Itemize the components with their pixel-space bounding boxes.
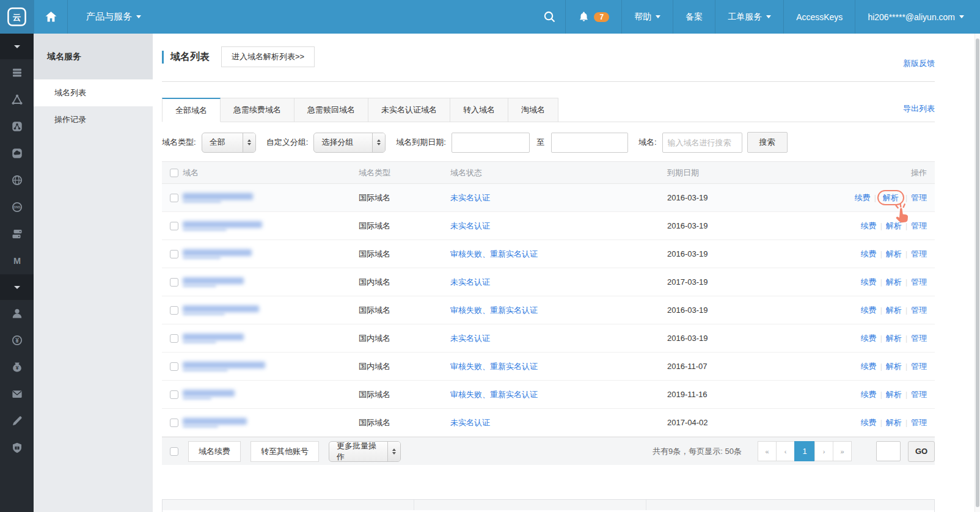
- action-解析-link[interactable]: 解析: [886, 418, 902, 427]
- domain-status-link[interactable]: 审核失败、重新实名认证: [450, 390, 538, 399]
- expire-date-to-input[interactable]: [551, 133, 628, 153]
- blurred-domain-name[interactable]: [183, 390, 235, 400]
- beian-link[interactable]: 备案: [673, 0, 715, 34]
- action-解析-link[interactable]: 解析: [886, 390, 902, 399]
- action-解析-link[interactable]: 解析: [886, 362, 902, 371]
- action-管理-link[interactable]: 管理: [911, 277, 927, 287]
- server-list-icon[interactable]: [0, 59, 34, 86]
- tab-全部域名[interactable]: 全部域名: [162, 98, 221, 122]
- row-checkbox[interactable]: [170, 194, 178, 202]
- row-checkbox[interactable]: [170, 419, 178, 427]
- tab-淘域名[interactable]: 淘域名: [508, 98, 558, 122]
- accesskeys-link[interactable]: AccessKeys: [783, 0, 855, 34]
- select-all-checkbox[interactable]: [170, 169, 178, 177]
- account-menu[interactable]: hi206*****@aliyun.com: [855, 0, 980, 34]
- export-list-link[interactable]: 导出列表: [903, 103, 935, 117]
- help-menu[interactable]: 帮助: [621, 0, 673, 34]
- blurred-domain-name[interactable]: [183, 193, 253, 203]
- row-checkbox[interactable]: [170, 250, 178, 258]
- more-batch-actions-select[interactable]: 更多批量操作: [329, 441, 401, 462]
- subnav-item-域名列表[interactable]: 域名列表: [34, 79, 153, 106]
- action-续费-link[interactable]: 续费: [861, 418, 877, 427]
- action-解析-link[interactable]: 解析: [886, 249, 902, 258]
- row-checkbox[interactable]: [170, 278, 178, 287]
- blurred-domain-name[interactable]: [183, 418, 247, 428]
- tab-急需赎回域名[interactable]: 急需赎回域名: [294, 98, 368, 122]
- pencil-icon[interactable]: [0, 408, 34, 434]
- domain-status-link[interactable]: 未实名认证: [450, 193, 490, 202]
- domain-status-link[interactable]: 审核失败、重新实名认证: [450, 362, 538, 371]
- shield-icon[interactable]: [0, 434, 34, 461]
- tab-急需续费域名[interactable]: 急需续费域名: [221, 98, 294, 122]
- domain-type-select[interactable]: 全部: [202, 133, 256, 153]
- next-page-button[interactable]: ›: [814, 441, 833, 461]
- row-checkbox[interactable]: [170, 334, 178, 343]
- blurred-domain-name[interactable]: [183, 221, 262, 231]
- yen-circle-icon[interactable]: ¥: [0, 327, 34, 354]
- action-管理-link[interactable]: 管理: [911, 418, 927, 427]
- current-page-button[interactable]: 1: [794, 441, 815, 461]
- domain-status-link[interactable]: 未实名认证: [450, 334, 490, 343]
- blurred-domain-name[interactable]: [183, 305, 259, 315]
- domain-status-link[interactable]: 审核失败、重新实名认证: [450, 249, 538, 258]
- row-checkbox[interactable]: [170, 306, 178, 315]
- domain-status-link[interactable]: 未实名认证: [450, 277, 490, 287]
- sidebar-section-toggle[interactable]: [0, 34, 34, 59]
- home-button[interactable]: [34, 0, 67, 34]
- scrollbar-thumb[interactable]: [976, 38, 979, 507]
- action-续费-link[interactable]: 续费: [861, 334, 877, 343]
- domain-status-link[interactable]: 审核失败、重新实名认证: [450, 305, 538, 315]
- blurred-domain-name[interactable]: [183, 334, 244, 343]
- page-jump-input[interactable]: [876, 441, 901, 461]
- action-解析-link[interactable]: 解析: [886, 277, 902, 287]
- sidebar-section-toggle[interactable]: [0, 274, 34, 300]
- row-checkbox[interactable]: [170, 390, 178, 399]
- subnav-item-操作记录[interactable]: 操作记录: [34, 106, 153, 133]
- letter-m-icon[interactable]: M: [0, 247, 34, 274]
- tab-未实名认证域名[interactable]: 未实名认证域名: [368, 98, 450, 122]
- triangle-nodes-icon[interactable]: [0, 86, 34, 113]
- domain-search-input[interactable]: [662, 133, 742, 153]
- enter-dns-list-button[interactable]: 进入域名解析列表>>: [221, 46, 315, 67]
- go-button[interactable]: GO: [908, 441, 935, 462]
- blurred-domain-name[interactable]: [183, 249, 252, 259]
- action-解析-link[interactable]: 解析: [886, 334, 902, 343]
- batch-renew-button[interactable]: 域名续费: [188, 441, 241, 462]
- action-续费-link[interactable]: 续费: [861, 305, 877, 315]
- row-checkbox[interactable]: [170, 362, 178, 371]
- server-stack-icon[interactable]: [0, 221, 34, 247]
- action-续费-link[interactable]: 续费: [861, 221, 877, 230]
- custom-group-select[interactable]: 选择分组: [313, 133, 386, 153]
- action-管理-link[interactable]: 管理: [911, 390, 927, 399]
- action-管理-link[interactable]: 管理: [911, 193, 927, 202]
- user-icon[interactable]: [0, 300, 34, 327]
- notifications-button[interactable]: 7: [565, 0, 621, 34]
- globe-icon[interactable]: [0, 167, 34, 194]
- domain-status-link[interactable]: 未实名认证: [450, 221, 490, 230]
- products-menu[interactable]: 产品与服务: [67, 0, 159, 34]
- ticket-menu[interactable]: 工单服务: [715, 0, 783, 34]
- cloud-disk-icon[interactable]: [0, 140, 34, 167]
- feedback-link[interactable]: 新版反馈: [903, 58, 935, 69]
- action-解析-link[interactable]: 解析: [886, 305, 902, 315]
- action-管理-link[interactable]: 管理: [911, 305, 927, 315]
- share-nodes-icon[interactable]: [0, 113, 34, 140]
- transfer-account-button[interactable]: 转至其他账号: [250, 441, 319, 462]
- action-续费-link[interactable]: 续费: [861, 362, 877, 371]
- domain-status-link[interactable]: 未实名认证: [450, 418, 490, 427]
- blurred-domain-name[interactable]: [183, 277, 244, 287]
- tab-转入域名[interactable]: 转入域名: [450, 98, 508, 122]
- action-管理-link[interactable]: 管理: [911, 362, 927, 371]
- action-解析-link[interactable]: 解析: [883, 193, 899, 202]
- row-checkbox[interactable]: [170, 222, 178, 230]
- last-page-button[interactable]: »: [833, 441, 852, 461]
- prev-page-button[interactable]: ‹: [776, 441, 795, 461]
- search-button[interactable]: [533, 0, 565, 34]
- money-bag-icon[interactable]: ¥: [0, 354, 34, 381]
- action-续费-link[interactable]: 续费: [861, 390, 877, 399]
- action-续费-link[interactable]: 续费: [855, 193, 871, 202]
- action-续费-link[interactable]: 续费: [861, 249, 877, 258]
- aliyun-logo[interactable]: 云: [0, 0, 34, 34]
- search-button[interactable]: 搜索: [747, 132, 788, 153]
- action-管理-link[interactable]: 管理: [911, 249, 927, 258]
